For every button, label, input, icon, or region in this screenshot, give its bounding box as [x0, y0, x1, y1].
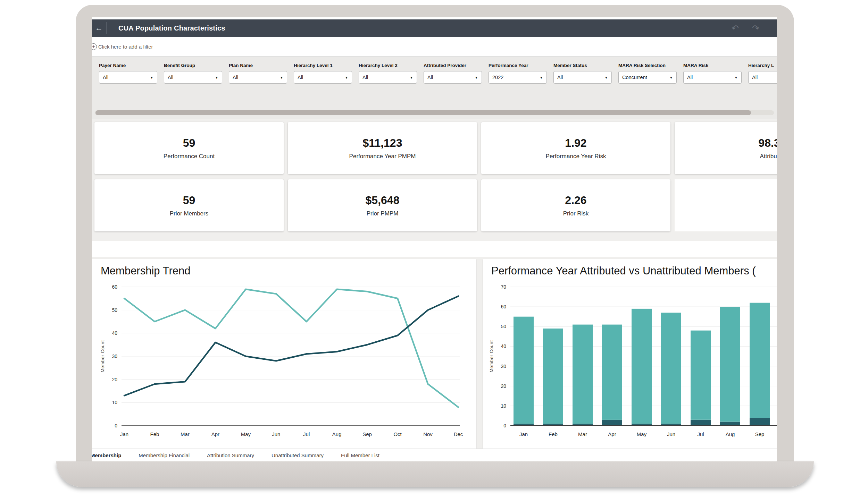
tab-full-member-list[interactable]: Full Member List — [341, 452, 379, 458]
header-divider — [106, 22, 107, 34]
svg-text:60: 60 — [112, 284, 117, 290]
mara-risk-selection-select[interactable]: Concurrent ▼ — [618, 71, 677, 84]
svg-text:Apr: Apr — [211, 431, 219, 437]
filter-label: Plan Name — [229, 63, 291, 68]
hierarchy-level-1-select[interactable]: All ▼ — [294, 71, 352, 84]
add-filter-bar[interactable]: + Click here to add a filter — [92, 37, 777, 57]
kpi-card-performance-count: 59 Performance Count — [94, 122, 284, 174]
attributed-vs-unattributed-chart: 010203040506070JanFebMarAprMayJunJulAugS… — [487, 281, 777, 444]
svg-text:30: 30 — [112, 354, 117, 359]
chevron-down-icon: ▼ — [150, 76, 153, 79]
filter-label: Attributed Provider — [424, 63, 486, 68]
filter-mara-risk: MARA Risk All ▼ — [683, 63, 746, 84]
payer-name-select[interactable]: All ▼ — [99, 71, 157, 84]
app-header: ← CUA Population Characteristics ↶ ↷ — [92, 19, 777, 37]
kpi-label: Performance Year Risk — [546, 153, 606, 160]
filter-label: Hierarchy L — [748, 63, 777, 68]
svg-text:50: 50 — [501, 324, 506, 329]
chevron-down-icon: ▼ — [215, 76, 218, 79]
svg-text:50: 50 — [112, 307, 117, 313]
svg-text:Jul: Jul — [697, 431, 704, 437]
filter-scrollbar-track[interactable] — [95, 110, 774, 115]
svg-text:20: 20 — [112, 377, 117, 382]
svg-text:40: 40 — [112, 330, 117, 336]
svg-text:10: 10 — [112, 400, 117, 405]
svg-text:Sep: Sep — [755, 431, 765, 437]
chevron-down-icon: ▼ — [669, 76, 673, 79]
filter-label: Hierarchy Level 1 — [294, 63, 356, 68]
redo-icon[interactable]: ↷ — [752, 24, 759, 33]
filter-performance-year: Performance Year 2022 ▼ — [489, 63, 551, 84]
filter-panel: Payer Name All ▼ Benefit Group All ▼ Pla… — [92, 57, 777, 119]
benefit-group-select[interactable]: All ▼ — [164, 71, 222, 84]
hierarchy-l-select[interactable]: All ▼ — [748, 71, 777, 84]
kpi-label: Performance Year PMPM — [349, 153, 416, 160]
svg-text:30: 30 — [501, 364, 506, 369]
chart-title: Performance Year Attributed vs Unattribu… — [491, 265, 756, 277]
tab-membership[interactable]: Membership — [92, 452, 121, 458]
kpi-card-prior-pmpm: $5,648 Prior PMPM — [288, 179, 477, 231]
svg-text:Sep: Sep — [362, 431, 372, 437]
attributed-vs-unattributed-panel: Performance Year Attributed vs Unattribu… — [483, 259, 777, 449]
plan-name-select[interactable]: All ▼ — [229, 71, 287, 84]
filter-hierarchy-level-1: Hierarchy Level 1 All ▼ — [294, 63, 356, 84]
filter-hierarchy-l-clipped: Hierarchy L All ▼ — [748, 63, 777, 84]
kpi-card-prior-risk: 2.26 Prior Risk — [481, 179, 670, 231]
membership-trend-panel: Membership Trend 0102030405060JanFebMarA… — [92, 259, 476, 449]
kpi-value: 2.26 — [565, 194, 586, 207]
add-filter-label: Click here to add a filter — [98, 44, 153, 50]
tab-attribution-summary[interactable]: Attribution Summary — [207, 452, 254, 458]
kpi-value: 59 — [183, 194, 195, 207]
kpi-card-performance-year-pmpm: $11,123 Performance Year PMPM — [288, 122, 477, 174]
kpi-value: 1.92 — [565, 137, 586, 150]
performance-year-select[interactable]: 2022 ▼ — [489, 71, 547, 84]
mara-risk-select[interactable]: All ▼ — [683, 71, 742, 84]
kpi-card-prior-members: 59 Prior Members — [94, 179, 284, 231]
collapsed-section-strip — [92, 241, 777, 257]
empty-kpi-slot — [675, 179, 777, 231]
svg-text:Jan: Jan — [519, 431, 528, 437]
svg-text:Member Count: Member Count — [489, 340, 494, 372]
tab-membership-financial[interactable]: Membership Financial — [139, 452, 190, 458]
filter-scrollbar-thumb[interactable] — [95, 110, 751, 115]
svg-text:Jul: Jul — [303, 431, 310, 437]
svg-text:70: 70 — [501, 284, 506, 290]
undo-icon[interactable]: ↶ — [732, 24, 739, 33]
add-filter-icon: + — [92, 43, 97, 50]
filter-plan-name: Plan Name All ▼ — [229, 63, 291, 84]
svg-text:Oct: Oct — [393, 431, 402, 437]
filter-label: MARA Risk — [683, 63, 746, 68]
svg-text:20: 20 — [501, 383, 506, 389]
svg-text:Mar: Mar — [181, 431, 190, 437]
svg-text:60: 60 — [501, 304, 506, 309]
svg-text:0: 0 — [503, 423, 506, 428]
chevron-down-icon: ▼ — [410, 76, 413, 79]
svg-text:Aug: Aug — [332, 431, 342, 437]
filter-label: Hierarchy Level 2 — [359, 63, 421, 68]
filter-label: Benefit Group — [164, 63, 226, 68]
attributed-provider-select[interactable]: All ▼ — [424, 71, 482, 84]
filter-label: Payer Name — [99, 63, 161, 68]
app-window: ← CUA Population Characteristics ↶ ↷ + C… — [92, 17, 777, 461]
hierarchy-level-2-select[interactable]: All ▼ — [359, 71, 417, 84]
filter-member-status: Member Status All ▼ — [553, 63, 616, 84]
filter-label: Member Status — [553, 63, 616, 68]
kpi-label: Performance Count — [164, 153, 215, 160]
membership-trend-chart: 0102030405060JanFebMarAprMayJunJulAugSep… — [97, 281, 472, 444]
svg-text:Member Count: Member Count — [100, 340, 105, 372]
laptop-mockup: ← CUA Population Characteristics ↶ ↷ + C… — [0, 0, 868, 494]
chevron-down-icon: ▼ — [734, 76, 738, 79]
tab-unattributed-summary[interactable]: Unattributed Summary — [272, 452, 324, 458]
filter-mara-risk-selection: MARA Risk Selection Concurrent ▼ — [618, 63, 681, 84]
svg-text:Nov: Nov — [423, 431, 433, 437]
back-button[interactable]: ← — [92, 19, 106, 37]
chart-title: Membership Trend — [101, 265, 190, 277]
svg-text:Dec: Dec — [454, 431, 463, 437]
svg-text:Aug: Aug — [726, 431, 735, 437]
chevron-down-icon: ▼ — [475, 76, 478, 79]
member-status-select[interactable]: All ▼ — [553, 71, 612, 84]
kpi-value: $11,123 — [363, 137, 402, 150]
kpi-value: 98.3 — [758, 137, 777, 150]
svg-text:Jun: Jun — [272, 431, 280, 437]
kpi-value: 59 — [183, 137, 195, 150]
